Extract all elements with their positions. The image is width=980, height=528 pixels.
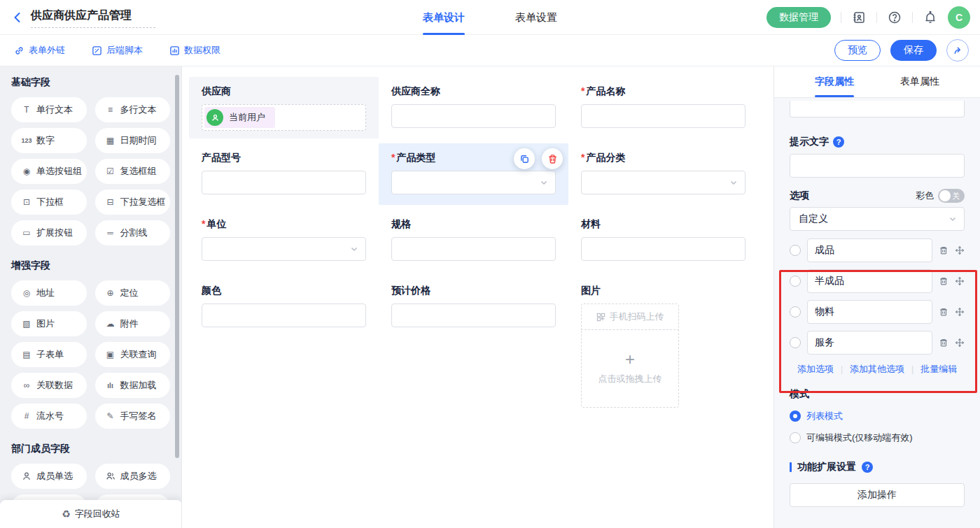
duplicate-field-button[interactable] <box>514 148 535 169</box>
field-cell-spec[interactable]: 规格 <box>379 210 568 271</box>
field-item-signature[interactable]: ✎手写签名 <box>95 404 171 429</box>
clipped-input[interactable] <box>790 101 965 117</box>
field-recycle-bin[interactable]: ♻ 字段回收站 <box>0 500 182 528</box>
field-cell-estimated-price[interactable]: 预计价格 <box>379 276 568 416</box>
field-item-number[interactable]: 123数字 <box>11 128 87 153</box>
field-item-subform[interactable]: ▤子表单 <box>11 342 87 367</box>
field-item-dropdown-multiselect[interactable]: ⊟下拉复选框 <box>95 190 171 215</box>
field-item-extension-button[interactable]: ▭扩展按钮 <box>11 220 87 245</box>
field-cell-product-model[interactable]: 产品型号 <box>189 143 379 205</box>
option-delete-icon[interactable] <box>939 245 948 255</box>
hint-help-icon[interactable]: ? <box>833 136 844 148</box>
select-input[interactable] <box>202 237 366 261</box>
field-cell-supplier-fullname[interactable]: 供应商全称 <box>379 77 568 138</box>
field-item-member-multi[interactable]: 成员多选 <box>95 464 171 489</box>
option-radio[interactable] <box>790 276 801 287</box>
drop-upload-area[interactable]: + 点击或拖拽上传 <box>581 329 679 408</box>
data-manage-button[interactable]: 数据管理 <box>766 7 831 28</box>
text-input[interactable] <box>581 104 746 128</box>
tab-form-properties[interactable]: 表单属性 <box>900 66 939 97</box>
text-input[interactable] <box>202 304 366 327</box>
field-cell-material[interactable]: 材料 <box>568 210 758 271</box>
scan-upload-button[interactable]: 手机扫码上传 <box>581 304 679 330</box>
add-option-link[interactable]: 添加选项 <box>797 363 834 376</box>
mode-option-editable[interactable]: 可编辑模式(仅移动端有效) <box>790 431 965 444</box>
preview-button[interactable]: 预览 <box>834 40 881 61</box>
field-item-member-single[interactable]: 成员单选 <box>11 464 87 489</box>
field-item-checkbox-group[interactable]: ☑复选框组 <box>95 159 171 184</box>
option-delete-icon[interactable] <box>939 276 948 286</box>
field-item-datetime[interactable]: ▦日期时间 <box>95 128 171 153</box>
add-action-button[interactable]: 添加操作 <box>790 483 965 507</box>
field-cell-color[interactable]: 颜色 <box>189 276 379 416</box>
recycle-icon: ♻ <box>62 508 71 520</box>
text-input[interactable] <box>391 104 556 128</box>
share-button[interactable] <box>946 39 969 62</box>
backend-script-button[interactable]: 后端脚本 <box>92 44 143 57</box>
field-cell-product-category[interactable]: *产品分类 <box>568 143 758 205</box>
field-item-label: 关联数据 <box>36 379 73 392</box>
save-button[interactable]: 保存 <box>890 40 937 61</box>
options-source-select[interactable]: 自定义 <box>790 207 965 231</box>
field-cell-image-upload[interactable]: 图片 手机扫码上传 + 点击或拖拽上传 <box>568 276 758 416</box>
field-item-dropdown[interactable]: ⊡下拉框 <box>11 190 87 215</box>
field-item-image[interactable]: ▧图片 <box>11 311 87 336</box>
mode-option-list[interactable]: 列表模式 <box>790 410 965 422</box>
field-item-single-line-text[interactable]: T单行文本 <box>11 97 87 122</box>
option-radio[interactable] <box>790 245 801 256</box>
batch-edit-link[interactable]: 批量编辑 <box>920 363 957 376</box>
tab-field-properties[interactable]: 字段属性 <box>815 66 854 97</box>
select-input[interactable] <box>581 171 746 194</box>
field-item-multi-line-text[interactable]: ≡多行文本 <box>95 97 171 122</box>
field-cell-unit[interactable]: *单位 <box>189 210 379 271</box>
option-drag-icon[interactable] <box>955 245 965 255</box>
help-icon[interactable] <box>887 10 902 25</box>
sidebar-scrollbar[interactable] <box>175 75 179 458</box>
data-permission-button[interactable]: 数据权限 <box>169 44 220 57</box>
contact-book-icon[interactable] <box>851 10 867 25</box>
field-cell-supplier[interactable]: 供应商 当前用户 <box>189 77 379 138</box>
text-input[interactable] <box>391 237 556 261</box>
field-item-address[interactable]: ◎地址 <box>11 280 87 306</box>
back-icon[interactable] <box>11 11 24 24</box>
field-cell-product-name[interactable]: *产品名称 <box>568 77 758 138</box>
select-input[interactable] <box>391 171 556 194</box>
field-item-divider[interactable]: ═分割线 <box>95 220 171 245</box>
option-text-input[interactable] <box>807 238 932 262</box>
user-avatar[interactable]: C <box>948 6 970 29</box>
option-text-input[interactable] <box>807 331 932 355</box>
option-drag-icon[interactable] <box>955 307 965 317</box>
tab-form-design[interactable]: 表单设计 <box>423 0 465 35</box>
field-item-radio-group[interactable]: ◉单选按钮组 <box>11 159 87 184</box>
option-text-input[interactable] <box>807 269 932 293</box>
hint-text-input[interactable] <box>790 154 965 178</box>
field-item-serial-number[interactable]: #流水号 <box>11 404 87 429</box>
form-title[interactable]: 供应商供应产品管理 <box>31 7 155 28</box>
add-other-option-link[interactable]: 添加其他选项 <box>850 363 904 376</box>
option-delete-icon[interactable] <box>939 307 948 317</box>
form-external-link-button[interactable]: 表单外链 <box>14 44 65 57</box>
field-item-attachment[interactable]: ☁附件 <box>95 311 171 336</box>
option-drag-icon[interactable] <box>955 276 965 286</box>
notification-bell-icon[interactable] <box>923 10 938 25</box>
option-actions: 添加选项 | 添加其他选项 | 批量编辑 <box>790 363 965 376</box>
delete-field-button[interactable] <box>542 148 563 169</box>
field-item-data-load[interactable]: ılı数据加载 <box>95 373 171 398</box>
field-item-relation-data[interactable]: ∞关联数据 <box>11 373 87 398</box>
option-text-input[interactable] <box>807 300 932 324</box>
text-input[interactable] <box>391 304 556 327</box>
field-item-location[interactable]: ⊕定位 <box>95 280 171 306</box>
option-radio[interactable] <box>790 337 801 348</box>
text-input[interactable] <box>581 237 746 261</box>
option-drag-icon[interactable] <box>955 338 965 348</box>
text-input[interactable] <box>202 171 366 194</box>
supplier-user-field[interactable]: 当前用户 <box>202 104 366 131</box>
field-cell-product-type[interactable]: *产品类型 <box>379 143 568 205</box>
required-mark: * <box>202 218 205 229</box>
option-delete-icon[interactable] <box>939 338 948 348</box>
option-radio[interactable] <box>790 306 801 317</box>
tab-form-settings[interactable]: 表单设置 <box>515 0 557 35</box>
extension-help-icon[interactable]: ? <box>862 462 873 473</box>
field-item-relation-query[interactable]: ▣关联查询 <box>95 342 171 367</box>
color-toggle-switch[interactable]: 关 <box>938 189 965 203</box>
